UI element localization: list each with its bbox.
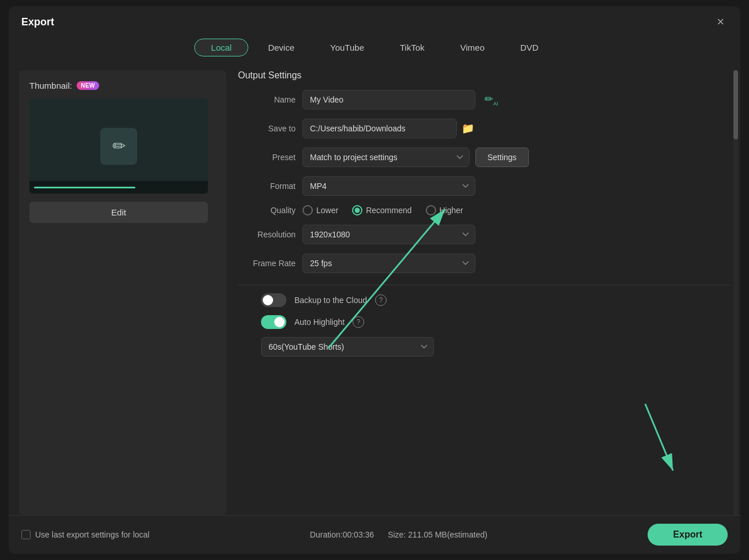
name-row: Name ✏AI [238,90,730,109]
format-select[interactable]: MP4 [302,176,475,196]
dialog-title: Export [21,16,54,28]
format-label: Format [238,181,296,191]
tab-local[interactable]: Local [194,39,248,56]
quality-recommend-label[interactable]: Recommend [352,205,411,215]
edit-button[interactable]: Edit [29,202,208,223]
auto-highlight-help-icon[interactable]: ? [353,316,364,328]
thumbnail-icon-box: ✏ [100,128,137,165]
resolution-label: Resolution [238,230,296,239]
save-to-row: Save to 📁 [238,119,730,138]
preset-label: Preset [238,153,296,162]
settings-button[interactable]: Settings [475,147,529,167]
pencil-icon: ✏ [112,137,126,156]
save-to-label: Save to [238,124,296,133]
thumbnail-progress-bar [29,181,208,194]
svg-line-3 [645,404,673,471]
quality-lower-text: Lower [316,206,338,215]
thumbnail-preview: ✏ [29,99,208,194]
new-badge: NEW [77,81,99,90]
settings-grid: Name ✏AI Save to 📁 Preset [238,90,730,273]
quality-lower-label[interactable]: Lower [302,205,338,215]
highlight-select[interactable]: 60s(YouTube Shorts) [261,337,434,357]
title-bar: Export × [9,6,740,35]
export-dialog: Export × Local Device YouTube TikTok Vim… [9,6,740,554]
tab-dvd[interactable]: DVD [504,39,555,56]
size-text: Size: 211.05 MB(estimated) [388,530,487,539]
thumbnail-bar-line [34,187,135,188]
backup-row: Backup to the Cloud ? [261,293,730,307]
preset-input-row: Match to project settings Settings [302,147,529,167]
tabs-row: Local Device YouTube TikTok Vimeo DVD [9,35,740,65]
auto-highlight-toggle[interactable] [261,315,286,329]
highlight-select-row: 60s(YouTube Shorts) [261,337,730,357]
frame-rate-select[interactable]: 25 fps [302,253,475,273]
resolution-row: Resolution 1920x1080 [238,225,730,244]
backup-toggle[interactable] [261,293,286,307]
tab-device[interactable]: Device [252,39,311,56]
tab-youtube[interactable]: YouTube [314,39,380,56]
name-label: Name [238,95,296,104]
save-to-input-row: 📁 [302,119,474,138]
main-content: Thumbnail: NEW ✏ Edit Output Settings Na… [9,65,740,515]
scrollbar[interactable] [733,70,738,515]
quality-higher-label[interactable]: Higher [426,205,463,215]
backup-help-icon[interactable]: ? [375,294,387,306]
scrollbar-thumb [733,70,738,139]
quality-recommend-radio[interactable] [352,205,362,215]
preset-select[interactable]: Match to project settings [302,147,470,167]
export-button[interactable]: Export [648,524,728,546]
tab-tiktok[interactable]: TikTok [384,39,441,56]
quality-options-row: Lower Recommend Higher [302,205,463,215]
divider [238,285,730,285]
quality-row: Quality Lower Recommend Higher [238,205,730,215]
frame-rate-label: Frame Rate [238,259,296,268]
frame-rate-row: Frame Rate 25 fps [238,253,730,273]
bottom-bar: Use last export settings for local Durat… [9,515,740,554]
quality-higher-text: Higher [440,206,463,215]
tab-vimeo[interactable]: Vimeo [444,39,501,56]
quality-higher-radio[interactable] [426,205,436,215]
name-input[interactable] [302,90,475,109]
backup-toggle-slider [261,293,286,307]
thumbnail-label-row: Thumbnail: NEW [29,81,99,90]
auto-highlight-label: Auto Highlight [294,317,345,327]
format-row: Format MP4 [238,176,730,196]
quality-lower-radio[interactable] [302,205,313,215]
folder-icon[interactable]: 📁 [461,122,474,135]
last-export-settings-text: Use last export settings for local [35,530,149,539]
thumbnail-text: Thumbnail: [29,81,72,90]
auto-highlight-row: Auto Highlight ? [261,315,730,329]
left-panel: Thumbnail: NEW ✏ Edit [19,70,226,515]
preset-row: Preset Match to project settings Setting… [238,147,730,167]
quality-recommend-text: Recommend [366,206,411,215]
resolution-select[interactable]: 1920x1080 [302,225,475,244]
auto-highlight-toggle-slider [261,315,286,329]
close-button[interactable]: × [713,14,728,29]
right-panel: Output Settings Name ✏AI Save to 📁 [238,70,730,515]
save-to-input[interactable] [302,119,457,138]
duration-text: Duration:00:03:36 [310,530,374,539]
output-settings-title: Output Settings [238,70,730,81]
last-export-settings-checkbox[interactable] [21,530,31,539]
last-export-settings-label[interactable]: Use last export settings for local [21,530,149,539]
backup-label: Backup to the Cloud [294,296,367,305]
ai-icon[interactable]: ✏AI [485,93,498,107]
bottom-info: Duration:00:03:36 Size: 211.05 MB(estima… [310,530,487,539]
quality-label: Quality [238,206,296,215]
